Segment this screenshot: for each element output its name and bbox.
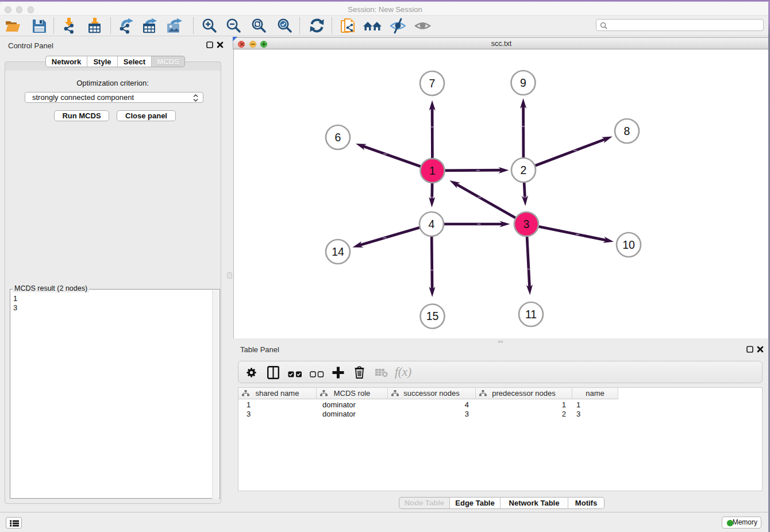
svg-text:15: 15 (426, 310, 439, 322)
svg-text:4: 4 (429, 218, 435, 230)
svg-text:3: 3 (523, 218, 530, 230)
svg-text:2: 2 (521, 164, 527, 176)
svg-text:6: 6 (335, 131, 341, 144)
svg-text:7: 7 (429, 77, 436, 90)
svg-text:10: 10 (622, 238, 635, 251)
svg-text:8: 8 (624, 125, 630, 137)
svg-text:1: 1 (429, 164, 436, 177)
svg-text:11: 11 (525, 308, 537, 321)
svg-text:9: 9 (520, 76, 526, 89)
svg-text:14: 14 (332, 245, 344, 258)
